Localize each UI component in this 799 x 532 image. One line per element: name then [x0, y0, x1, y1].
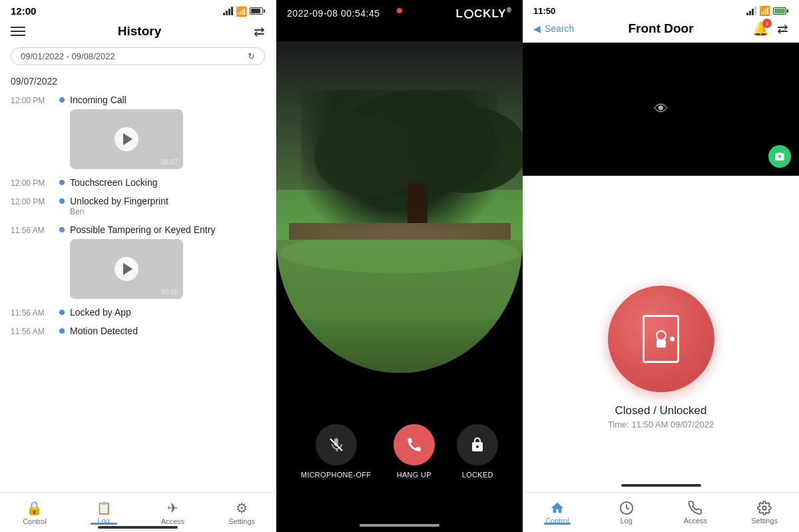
video-duration: 00:16: [161, 288, 178, 296]
event-dot: [59, 198, 65, 204]
wifi-icon-door: 📶: [759, 5, 770, 16]
log-icon: 📋: [97, 501, 111, 515]
door-lock-time: Time: 11:50 AM 09/07/2022: [608, 419, 714, 429]
fisheye-camera-view: [276, 40, 523, 373]
signal-icon: [223, 7, 233, 15]
event-label: Incoming Call: [70, 95, 265, 105]
tab-log-door-label: Log: [620, 517, 632, 525]
camera-panel: 2022-09-08 00:54:45 LCKLY®: [276, 0, 523, 532]
event-label: Touchscreen Locking: [70, 177, 265, 188]
access-icon: ✈: [167, 500, 178, 516]
video-thumbnail[interactable]: 00:16: [70, 239, 183, 299]
camera-preview[interactable]: 👁: [523, 43, 799, 176]
home-indicator: [98, 526, 178, 529]
tab-access-label: Access: [161, 517, 184, 525]
tab-control-label: Control: [23, 517, 46, 525]
list-item: 12:00 PM Unlocked by Fingerprint Ben: [0, 192, 276, 220]
notification-bell[interactable]: 🔔 1: [752, 21, 769, 37]
hamburger-menu[interactable]: [11, 27, 25, 36]
svg-point-1: [314, 117, 421, 196]
status-bar-door: 11:50 📶: [523, 0, 799, 19]
history-title: History: [118, 24, 161, 39]
event-dot: [59, 310, 65, 315]
tab-control-door[interactable]: Control: [523, 501, 592, 525]
back-text[interactable]: Search: [545, 23, 574, 34]
nav-bar-history: History ⇄: [0, 19, 276, 45]
lock-icon: 🔒: [26, 500, 43, 516]
event-time: 12:00 PM: [11, 177, 54, 188]
play-icon: [123, 133, 133, 145]
event-body: Incoming Call 00:07: [70, 95, 265, 169]
list-item: 11:56 AM Locked by App: [0, 303, 276, 322]
event-label: Unlocked by Fingerprint: [70, 196, 265, 206]
svg-point-2: [407, 107, 523, 193]
tab-settings[interactable]: ⚙ Settings: [207, 500, 276, 525]
event-label: Possible Tampering or Keyed Entry: [70, 224, 265, 235]
event-body: Touchscreen Locking: [70, 177, 265, 188]
tab-log[interactable]: 📋 Log: [69, 501, 138, 525]
event-time: 12:00 PM: [11, 95, 54, 105]
mute-button[interactable]: MICROPHONE-OFF: [301, 424, 372, 479]
svg-rect-3: [407, 183, 427, 223]
phone-hangup-icon: [405, 436, 423, 453]
camera-background: [276, 40, 523, 373]
tab-active-underline: [91, 523, 117, 525]
play-icon: [123, 263, 133, 275]
access-icon-door: [688, 501, 702, 515]
tab-bar-door: Control Log Access Settings: [523, 492, 799, 532]
home-indicator-door: [621, 484, 701, 487]
lock-btn-circle: [457, 424, 498, 465]
refresh-icon[interactable]: ↻: [248, 51, 255, 61]
tab-access-door-label: Access: [684, 517, 707, 525]
settings-icon: ⚙: [236, 500, 248, 516]
play-button[interactable]: [115, 257, 138, 281]
event-label: Locked by App: [70, 307, 265, 318]
home-icon: [550, 501, 565, 515]
date-filter[interactable]: 09/01/2022 - 09/08/2022 ↻: [11, 47, 265, 65]
battery-icon: [250, 7, 265, 15]
history-list: 09/07/2022 12:00 PM Incoming Call 00:07 …: [0, 71, 276, 532]
lockly-logo: LCKLY®: [456, 7, 512, 21]
door-lock-icon: [639, 312, 682, 366]
hangup-btn-circle: [394, 424, 435, 465]
mute-btn-circle: [316, 424, 357, 465]
event-sub: Ben: [70, 207, 265, 216]
lock-call-button[interactable]: LOCKED: [457, 424, 498, 479]
lock-call-icon: [469, 437, 485, 453]
tab-control[interactable]: 🔒 Control: [0, 500, 69, 525]
log-icon-door: [619, 501, 634, 515]
nav-back[interactable]: ◀ Search: [533, 23, 574, 34]
filter-icon[interactable]: ⇄: [254, 23, 265, 39]
svg-point-8: [762, 506, 766, 510]
date-range-label: 09/01/2022 - 09/08/2022: [21, 51, 115, 61]
event-dot: [59, 97, 65, 103]
status-icons-history: 📶: [223, 6, 265, 17]
tab-log-door[interactable]: Log: [592, 501, 661, 525]
status-icons-door: 📶: [746, 5, 788, 16]
signal-icon-door: [746, 7, 756, 15]
door-status-display: Closed / Unlocked Time: 11:50 AM 09/07/2…: [608, 404, 714, 429]
back-arrow-icon: ◀: [533, 23, 541, 34]
tab-access[interactable]: ✈ Access: [138, 500, 208, 525]
screenshot-button[interactable]: [768, 145, 791, 168]
list-item: 11:56 AM Possible Tampering or Keyed Ent…: [0, 220, 276, 303]
time-history: 12:00: [11, 5, 36, 17]
event-time: 11:56 AM: [11, 307, 54, 318]
event-body: Unlocked by Fingerprint Ben: [70, 196, 265, 216]
list-item: 11:56 AM Motion Detected: [0, 322, 276, 340]
tab-access-door[interactable]: Access: [661, 501, 730, 525]
sync-icon[interactable]: ⇄: [777, 21, 788, 37]
video-thumbnail[interactable]: 00:07: [70, 109, 183, 169]
hangup-button[interactable]: HANG UP: [394, 424, 435, 479]
event-body: Motion Detected: [70, 326, 265, 336]
tab-settings-door[interactable]: Settings: [730, 501, 799, 525]
lock-control-button[interactable]: [608, 286, 714, 392]
event-label: Motion Detected: [70, 326, 265, 336]
wifi-icon: 📶: [236, 6, 247, 17]
door-lock-status: Closed / Unlocked: [608, 404, 714, 417]
list-item: 12:00 PM Incoming Call 00:07: [0, 91, 276, 173]
settings-icon-door: [757, 501, 772, 515]
tab-settings-door-label: Settings: [751, 517, 778, 525]
play-button[interactable]: [115, 127, 138, 151]
list-item: 12:00 PM Touchscreen Locking: [0, 173, 276, 192]
